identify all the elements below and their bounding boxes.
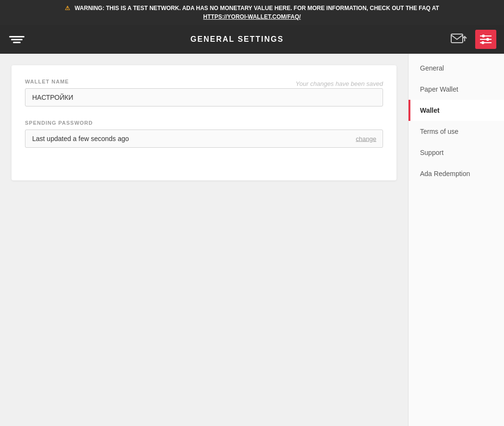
logo [8,30,26,48]
header: GENERAL SETTINGS [0,25,504,54]
spending-password-label: SPENDING PASSWORD [25,120,383,126]
wallet-name-header-row: WALLET NAME Your changes have been saved [25,79,383,88]
spending-password-wrap: change [25,130,383,148]
svg-point-7 [481,41,484,44]
sidebar-item-ada-redemption[interactable]: Ada Redemption [408,163,504,184]
warning-text: WARNING: THIS IS A TEST NETWORK. ADA HAS… [74,5,439,12]
svg-point-3 [482,35,485,37]
sidebar-item-terms-of-use[interactable]: Terms of use [408,121,504,142]
warning-banner: ⚠ WARNING: THIS IS A TEST NETWORK. ADA H… [0,0,504,25]
sidebar-item-general[interactable]: General [408,58,504,79]
settings-icon [479,33,492,46]
page-title: GENERAL SETTINGS [191,35,284,44]
spending-password-input [25,130,383,148]
content-area: WALLET NAME Your changes have been saved… [0,54,408,426]
wallet-name-input[interactable] [25,88,383,106]
svg-rect-0 [451,34,463,43]
settings-card: WALLET NAME Your changes have been saved… [12,65,396,180]
wallet-name-label: WALLET NAME [25,79,69,84]
spending-password-section: SPENDING PASSWORD change [25,120,383,148]
sidebar: General Paper Wallet Wallet Terms of use… [408,54,504,426]
wallet-icon [450,31,468,48]
header-actions [448,29,496,50]
wallet-button[interactable] [448,29,469,50]
warning-link[interactable]: HTTPS://YOROI-WALLET.COM/FAQ/ [203,13,300,20]
sidebar-item-support[interactable]: Support [408,142,504,163]
logo-line-3 [13,42,21,43]
wallet-name-section: WALLET NAME Your changes have been saved [25,79,383,106]
main-layout: WALLET NAME Your changes have been saved… [0,54,504,426]
sidebar-item-wallet[interactable]: Wallet [408,100,504,121]
settings-button[interactable] [475,30,496,49]
svg-point-5 [486,38,489,41]
logo-line-2 [11,39,23,40]
warning-icon: ⚠ [65,5,70,12]
yoroi-logo-icon [8,30,26,48]
logo-line-1 [9,36,24,37]
change-password-button[interactable]: change [356,135,376,142]
sidebar-item-paper-wallet[interactable]: Paper Wallet [408,79,504,100]
save-message: Your changes have been saved [296,80,383,87]
